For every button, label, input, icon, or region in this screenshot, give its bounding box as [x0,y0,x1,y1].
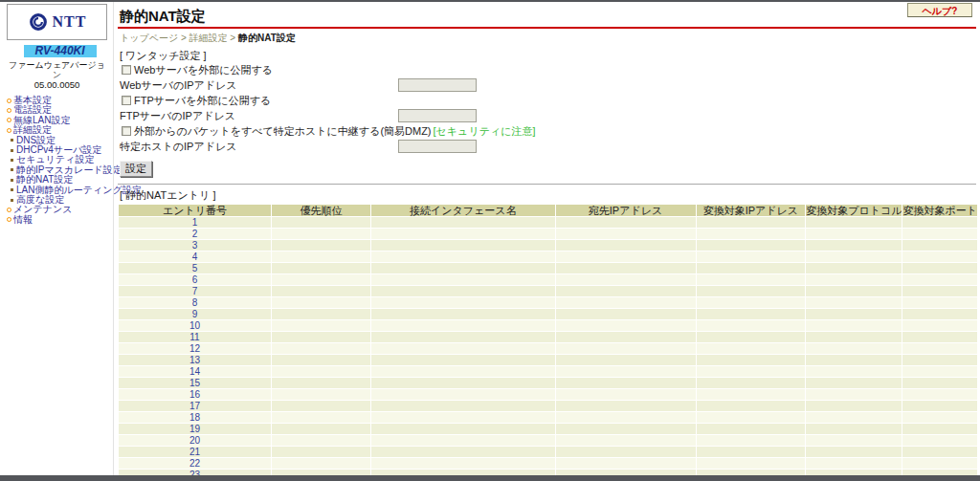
empty-cell [272,217,370,228]
sidebar: NTT RV-440KI ファームウェアバージョン 05.00.0050 基本設… [0,2,113,481]
section-divider [118,184,976,185]
entry-number-link[interactable]: 2 [119,229,271,239]
entry-number-link[interactable]: 16 [119,389,271,400]
empty-cell [902,263,977,273]
ip-field-row: 特定ホストのIPアドレス [120,139,978,154]
column-header: 変換対象プロトコル [806,205,902,216]
empty-cell [806,229,902,239]
empty-cell [697,251,806,262]
entry-number-link[interactable]: 3 [119,240,271,251]
nat-section-title: [ 静的NATエントリ ] [120,189,978,202]
empty-cell [556,424,696,434]
empty-cell [556,458,696,469]
table-row: 20 [119,435,977,446]
help-button[interactable]: ヘルプ? [907,3,972,17]
entry-number-link[interactable]: 9 [119,309,271,319]
checkbox-row: Webサーバを外部に公開する [122,62,978,77]
entry-number-link[interactable]: 11 [119,332,271,342]
empty-cell [902,412,977,423]
empty-cell [371,332,554,342]
table-row: 10 [119,320,977,331]
entry-number-link[interactable]: 1 [119,217,271,228]
empty-cell [697,378,806,388]
ip-address-input[interactable] [398,140,477,153]
table-row: 13 [119,355,977,365]
empty-cell [697,435,806,446]
empty-cell [806,343,902,354]
dot-bullet-icon [11,159,13,162]
column-header: 接続インタフェース名 [371,205,554,216]
checkbox-label: 外部からのパケットをすべて特定ホストに中継する(簡易DMZ) [134,124,432,139]
entry-number-link[interactable]: 4 [119,251,271,262]
empty-cell [272,343,370,354]
entry-number-link[interactable]: 19 [119,424,271,434]
empty-cell [697,217,806,228]
entry-number-link[interactable]: 22 [119,458,271,469]
breadcrumb-link[interactable]: 詳細設定 [189,33,228,43]
submit-button[interactable]: 設定 [120,161,152,177]
column-header: 宛先IPアドレス [556,205,696,216]
table-row: 1 [119,217,977,228]
empty-cell [697,366,806,377]
empty-cell [272,240,370,251]
empty-cell [697,447,806,457]
empty-cell [902,355,977,365]
empty-cell [371,412,554,423]
entry-number-link[interactable]: 8 [119,297,271,308]
ip-address-input[interactable] [398,78,477,92]
entry-number-link[interactable]: 13 [119,355,271,365]
empty-cell [272,447,370,457]
sidebar-item-詳細設定[interactable]: 詳細設定 [7,125,113,135]
empty-cell [697,286,806,296]
checkbox[interactable] [122,65,131,75]
table-row: 14 [119,366,977,377]
table-row: 18 [119,412,977,423]
table-row: 2 [119,229,977,239]
empty-cell [806,458,902,469]
empty-cell [556,401,696,411]
checkbox[interactable] [122,126,131,136]
empty-cell [697,389,806,400]
entry-number-link[interactable]: 7 [119,286,271,296]
empty-cell [371,309,554,319]
empty-cell [371,274,554,285]
entry-number-link[interactable]: 5 [119,263,271,273]
empty-cell [556,240,696,251]
empty-cell [556,297,696,308]
empty-cell [902,378,977,388]
empty-cell [371,389,554,400]
entry-number-link[interactable]: 17 [119,401,271,411]
empty-cell [272,355,370,365]
empty-cell [371,343,554,354]
empty-cell [806,378,902,388]
circle-bullet-icon [7,98,11,103]
column-header: エントリ番号 [119,205,271,216]
entry-number-link[interactable]: 6 [119,274,271,285]
empty-cell [556,412,696,423]
empty-cell [556,378,696,388]
empty-cell [371,355,554,365]
empty-cell [371,424,554,434]
nat-entry-table: エントリ番号優先順位接続インタフェース名宛先IPアドレス変換対象IPアドレス変換… [118,204,978,481]
entry-number-link[interactable]: 21 [119,447,271,457]
empty-cell [902,435,977,446]
page-title: 静的NAT設定 [120,8,978,24]
sidebar-item-情報[interactable]: 情報 [7,215,113,225]
empty-cell [371,458,554,469]
checkbox[interactable] [122,96,131,105]
sidebar-item-静的NAT設定[interactable]: 静的NAT設定 [7,175,113,185]
entry-number-link[interactable]: 14 [119,366,271,377]
empty-cell [371,229,554,239]
entry-number-link[interactable]: 15 [119,378,271,388]
breadcrumb-link[interactable]: トップページ [120,33,178,43]
entry-number-link[interactable]: 10 [119,320,271,331]
empty-cell [371,401,554,411]
entry-number-link[interactable]: 12 [119,343,271,354]
entry-number-link[interactable]: 18 [119,412,271,423]
dot-bullet-icon [11,199,13,202]
ip-address-input[interactable] [398,109,477,122]
empty-cell [806,389,902,400]
entry-number-link[interactable]: 20 [119,435,271,446]
table-row: 11 [119,332,977,342]
empty-cell [272,366,370,377]
